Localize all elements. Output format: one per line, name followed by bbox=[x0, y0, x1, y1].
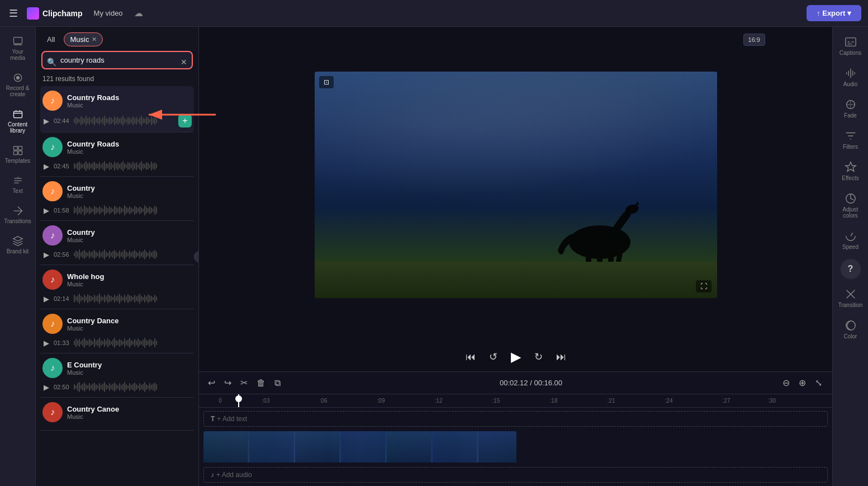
right-sidebar-item-speed[interactable]: Speed bbox=[835, 225, 866, 254]
export-button[interactable]: ↑ Export ▾ bbox=[807, 5, 861, 21]
music-item-7[interactable]: ♪ E Country Music ▶ 02:50 bbox=[40, 353, 194, 398]
zoom-in-button[interactable]: ⊕ bbox=[795, 376, 809, 389]
sidebar-item-brand-kit[interactable]: Brand kit bbox=[2, 231, 34, 259]
play-button-5[interactable]: ▶ bbox=[42, 294, 50, 304]
sidebar-item-record-create[interactable]: Record & create bbox=[2, 68, 34, 102]
delete-button[interactable]: 🗑 bbox=[254, 376, 268, 390]
playhead[interactable] bbox=[238, 394, 239, 407]
right-sidebar-item-captions[interactable]: Captions bbox=[835, 31, 866, 60]
filters-icon bbox=[845, 130, 857, 142]
right-sidebar-item-filters[interactable]: Filters bbox=[835, 125, 866, 154]
music-item-4[interactable]: ♪ Country Music ▶ 02:56 bbox=[40, 221, 194, 265]
rewind-button[interactable]: ↺ bbox=[487, 348, 500, 365]
music-controls-6: ▶ 01:33 bbox=[42, 337, 192, 348]
music-name-3: Country bbox=[67, 184, 192, 192]
video-track[interactable] bbox=[203, 431, 516, 463]
music-item-8[interactable]: ♪ Country Canoe Music bbox=[40, 398, 194, 431]
svg-rect-17 bbox=[845, 38, 855, 46]
right-sidebar-item-color[interactable]: Color bbox=[835, 315, 866, 344]
logo-text: Clipchamp bbox=[42, 9, 83, 18]
play-pause-button[interactable]: ▶ bbox=[509, 347, 523, 367]
cloud-layer bbox=[315, 72, 717, 207]
help-button[interactable]: ? bbox=[841, 259, 861, 279]
music-thumb-3: ♪ bbox=[42, 181, 63, 201]
play-button-7[interactable]: ▶ bbox=[42, 382, 50, 393]
music-item-6[interactable]: ♪ Country Dance Music ▶ 01:33 bbox=[40, 309, 194, 353]
captions-icon bbox=[845, 36, 857, 48]
music-item-4-top: ♪ Country Music bbox=[42, 225, 192, 246]
templates-icon bbox=[12, 145, 23, 156]
forward-button[interactable]: ↻ bbox=[532, 348, 545, 365]
music-item-2[interactable]: ♪ Country Roads Music ▶ 02:45 bbox=[40, 133, 194, 177]
right-sidebar-item-transition[interactable]: Transition bbox=[835, 284, 866, 313]
tab-music-close[interactable]: ✕ bbox=[92, 36, 97, 43]
right-sidebar-item-adjust-colors[interactable]: Adjust colors bbox=[835, 188, 866, 223]
audio-track-icon: ♪ bbox=[211, 471, 214, 479]
media-icon bbox=[12, 36, 23, 47]
skip-forward-button[interactable]: ⏭ bbox=[554, 349, 568, 365]
search-input[interactable] bbox=[41, 51, 193, 69]
undo-button[interactable]: ↩ bbox=[206, 375, 217, 390]
timeline-time-display: 00:02.12 / 00:16.00 bbox=[287, 379, 775, 387]
add-audio-track[interactable]: ♪ + Add audio bbox=[203, 467, 828, 483]
svg-point-2 bbox=[16, 77, 19, 79]
audio-track-row: ♪ + Add audio bbox=[203, 466, 828, 484]
music-item-5[interactable]: ♪ Whole hog Music ▶ 02:14 bbox=[40, 265, 194, 309]
content-panel: All Music ✕ 🔍 ✕ 121 results found ♪ Coun… bbox=[36, 27, 199, 486]
sidebar-item-text[interactable]: Text bbox=[2, 171, 34, 199]
duration-6: 01:33 bbox=[54, 339, 70, 346]
play-button-6[interactable]: ▶ bbox=[42, 338, 50, 348]
video-captions-button[interactable]: ⊡ bbox=[319, 76, 334, 88]
video-title[interactable]: My video bbox=[89, 7, 127, 20]
sidebar-label-text: Text bbox=[12, 188, 22, 194]
skip-back-button[interactable]: ⏮ bbox=[463, 349, 478, 365]
ruler-mark-21: :21 bbox=[582, 398, 640, 404]
music-item-7-top: ♪ E Country Music bbox=[42, 358, 192, 378]
tab-music[interactable]: Music ✕ bbox=[64, 32, 103, 46]
tab-all[interactable]: All bbox=[41, 33, 60, 46]
ruler-mark-15: :15 bbox=[467, 398, 525, 404]
right-sidebar-item-effects[interactable]: Effects bbox=[835, 157, 866, 186]
right-sidebar-label-effects: Effects bbox=[842, 175, 858, 181]
video-fullscreen-button[interactable]: ⛶ bbox=[696, 280, 712, 292]
music-controls-3: ▶ 01:58 bbox=[42, 205, 192, 216]
svg-rect-0 bbox=[13, 37, 22, 44]
fit-button[interactable]: ⤡ bbox=[812, 376, 826, 389]
audio-icon bbox=[845, 67, 857, 79]
cut-button[interactable]: ✂ bbox=[238, 375, 250, 390]
waveform-2 bbox=[74, 161, 192, 172]
add-audio-label: + Add audio bbox=[216, 471, 252, 479]
sidebar-item-content-library[interactable]: Content library bbox=[2, 104, 34, 138]
music-item-1[interactable]: ♪ Country Roads Music ▶ 02:44 + bbox=[40, 86, 194, 133]
ruler-mark-24: :24 bbox=[640, 398, 698, 404]
music-name-5: Whole hog bbox=[67, 272, 192, 281]
right-sidebar-item-fade[interactable]: Fade bbox=[835, 94, 866, 123]
cloud-icon: ☁ bbox=[134, 8, 143, 18]
duration-3: 01:58 bbox=[54, 207, 70, 214]
sidebar-item-transitions[interactable]: Transitions bbox=[2, 201, 34, 229]
music-thumb-1: ♪ bbox=[42, 91, 63, 111]
music-item-3[interactable]: ♪ Country Music ▶ 01:58 bbox=[40, 177, 194, 221]
menu-icon[interactable]: ☰ bbox=[7, 5, 20, 22]
sidebar-item-your-media[interactable]: Your media bbox=[2, 31, 34, 65]
aspect-ratio-button[interactable]: 16:9 bbox=[743, 34, 765, 46]
search-clear-button[interactable]: ✕ bbox=[181, 58, 187, 67]
fade-icon bbox=[845, 98, 857, 111]
play-button-1[interactable]: ▶ bbox=[42, 116, 50, 126]
sidebar-item-templates[interactable]: Templates bbox=[2, 140, 34, 168]
add-text-track[interactable]: T + Add text bbox=[203, 411, 828, 427]
music-name-6: Country Dance bbox=[67, 317, 192, 325]
playhead-handle[interactable] bbox=[235, 395, 242, 402]
ruler-mark-0: 0 bbox=[203, 398, 237, 404]
play-button-3[interactable]: ▶ bbox=[42, 205, 50, 216]
music-info-1: Country Roads Music bbox=[67, 93, 192, 108]
play-button-2[interactable]: ▶ bbox=[42, 161, 50, 172]
right-sidebar-item-audio[interactable]: Audio bbox=[835, 63, 866, 92]
music-type-8: Music bbox=[67, 413, 192, 420]
copy-button[interactable]: ⧉ bbox=[272, 376, 283, 390]
transitions-icon bbox=[12, 205, 23, 216]
play-button-4[interactable]: ▶ bbox=[42, 249, 50, 260]
add-button-1[interactable]: + bbox=[178, 114, 192, 128]
redo-button[interactable]: ↪ bbox=[222, 375, 234, 390]
zoom-out-button[interactable]: ⊖ bbox=[779, 376, 793, 389]
